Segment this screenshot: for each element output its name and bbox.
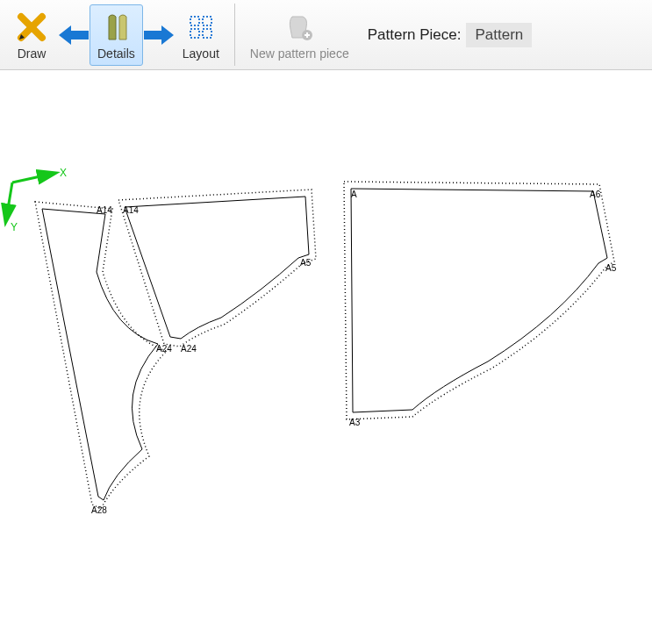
toolbar-separator [234,4,235,66]
point-a: A [351,190,357,199]
toolbar-main-group: Draw Details [0,0,233,69]
new-pattern-piece-icon [282,10,317,45]
layout-icon [183,10,219,45]
drawing-canvas[interactable]: X Y A14 A14 A24 A24 A28 A5 A A6 A5 A3 [0,70,652,644]
canvas-svg [0,70,652,644]
point-a6: A6 [590,190,600,199]
layout-label: Layout [183,47,219,61]
pattern-piece-2 [118,190,316,347]
new-pattern-piece-label: New pattern piece [250,47,349,61]
svg-marker-4 [144,25,174,45]
svg-rect-8 [203,29,211,38]
point-a28: A28 [91,505,107,515]
axis-x-label: X [60,167,67,179]
pattern-piece-3 [344,182,614,419]
pattern-piece-1 [35,202,167,509]
layout-button[interactable]: Layout [175,4,227,66]
point-a24-left: A24 [156,344,172,354]
toolbar-piece-group: New pattern piece [237,0,362,69]
svg-rect-6 [203,17,211,25]
point-a24-right: A24 [181,344,197,354]
svg-line-12 [12,174,53,182]
arrow-right-icon [144,24,174,47]
point-a5-mid: A5 [300,258,311,268]
point-a14a: A14 [97,205,112,215]
svg-marker-3 [59,25,89,45]
details-label: Details [97,47,135,61]
next-arrow-button[interactable] [143,4,175,66]
toolbar: Draw Details [0,0,652,70]
svg-rect-7 [190,29,199,38]
pattern-piece-label: Pattern Piece: [362,0,467,69]
point-a14b: A14 [123,205,139,215]
point-a3: A3 [349,418,360,427]
details-icon [98,10,133,45]
svg-rect-5 [190,17,199,25]
svg-line-13 [6,182,12,219]
axis-y-label: Y [11,221,18,233]
draw-label: Draw [18,47,47,61]
prev-arrow-button[interactable] [58,4,90,66]
draw-icon [14,10,49,45]
arrow-left-icon [59,24,89,47]
details-button[interactable]: Details [90,4,143,66]
new-pattern-piece-button[interactable]: New pattern piece [242,4,357,66]
point-a5-right: A5 [605,263,616,273]
draw-button[interactable]: Draw [5,4,58,66]
pattern-piece-select[interactable]: Pattern [466,23,532,47]
